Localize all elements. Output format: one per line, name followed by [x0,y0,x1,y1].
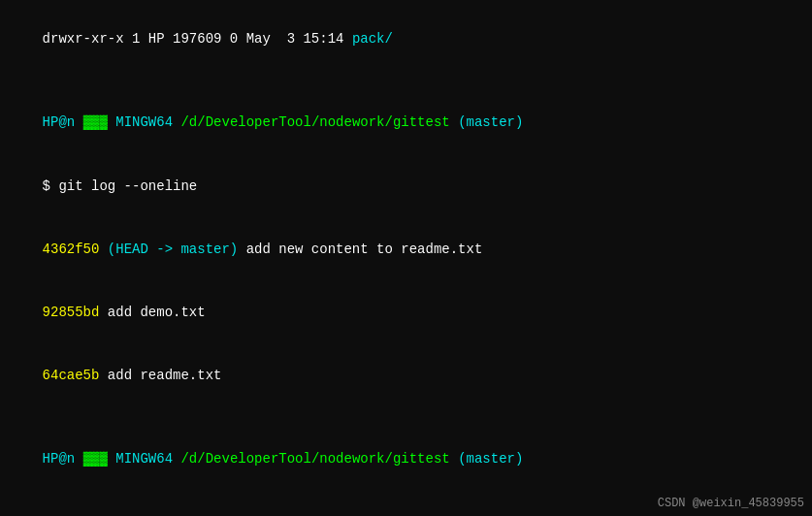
prompt-path-label-2: MINGW64 [115,451,173,467]
watermark: CSDN @weixin_45839955 [658,497,804,510]
blank-1 [10,71,802,92]
prompt-branch-1: (master) [458,114,523,130]
commit-msg-1: add new content to readme.txt [238,242,482,257]
prompt-path-2: /d/DeveloperTool/nodework/gittest [180,451,449,467]
prompt-2: HP@n ▓▓▓ MINGW64 /d/DeveloperTool/nodewo… [10,429,802,492]
git-log-2: 92855bd add demo.txt [10,281,802,344]
commit-head-1: (HEAD -> master) [108,242,238,257]
commit-msg-3: add readme.txt [99,368,221,383]
prompt-path-1: /d/DeveloperTool/nodework/gittest [180,114,449,130]
prompt-branch-2: (master) [458,451,523,467]
prompt-1: HP@n ▓▓▓ MINGW64 /d/DeveloperTool/nodewo… [10,92,802,155]
git-log-3: 64cae5b add readme.txt [10,344,802,407]
commit-hash-2: 92855bd [43,305,100,320]
commit-hash-3: 64cae5b [43,368,100,383]
command-1: $ git log --oneline [10,155,802,218]
git-log-1: 4362f50 (HEAD -> master) add new content… [10,218,802,281]
blank-2 [10,407,802,429]
text-drwxr: drwxr-xr-x 1 HP 197609 0 May 3 15:14 [43,31,352,47]
commit-hash-1: 4362f50 [43,242,100,257]
prompt-path-label-1: MINGW64 [115,114,173,130]
prompt-user-2: HP@n [43,451,76,467]
text-pack: pack/ [352,31,393,47]
prompt-machine-icon-1: ▓▓▓ [83,114,108,130]
commit-msg-2: add demo.txt [99,305,205,320]
prompt-machine-icon-2: ▓▓▓ [83,451,108,467]
cmd-text-1: $ git log --oneline [43,178,198,194]
prompt-user-1: HP@n [43,114,76,130]
terminal: drwxr-xr-x 1 HP 197609 0 May 3 15:14 pac… [0,0,812,516]
line-info-1: drwxr-xr-x 1 HP 197609 0 May 3 15:14 pac… [10,8,802,71]
